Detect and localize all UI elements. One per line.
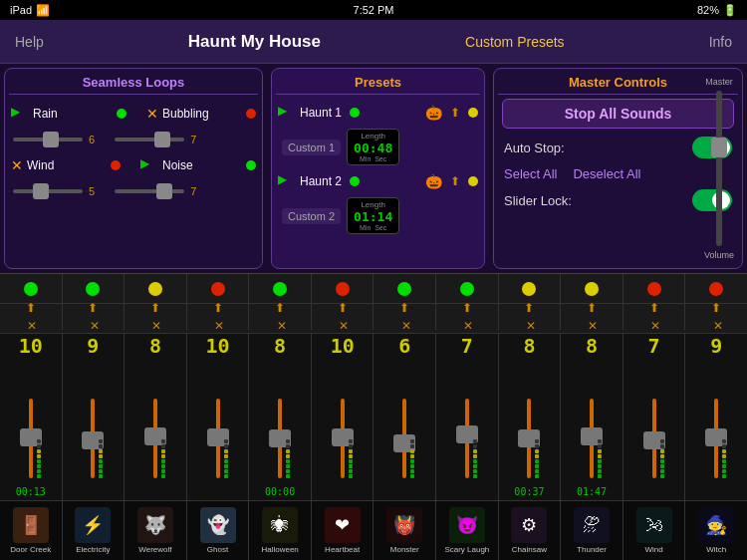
fader-track-8[interactable] (527, 399, 531, 478)
select-all-button[interactable]: Select All (504, 166, 557, 181)
thumb-icon-2: 🐺 (137, 507, 173, 543)
thumb-witch[interactable]: 🧙Witch (685, 501, 747, 560)
thumb-heartbeat[interactable]: ❤Heartbeat (312, 501, 374, 560)
mixer-dot-1[interactable] (86, 282, 100, 296)
mixer-dot-7[interactable] (460, 282, 474, 296)
fader-area-2 (153, 358, 157, 482)
fader-track-11[interactable] (714, 399, 718, 478)
mixer-number-0: 10 (19, 334, 43, 358)
mixer-icons-7[interactable]: ⬆✕ (436, 304, 499, 330)
mixer-dots-row (0, 274, 747, 304)
wind-stop-button[interactable]: ✕ (11, 157, 23, 173)
mixer-icons-8[interactable]: ⬆✕ (499, 304, 562, 330)
mixer-dot-8[interactable] (522, 282, 536, 296)
mixer-dot-4[interactable] (273, 282, 287, 296)
mixer-dot-5[interactable] (336, 282, 350, 296)
fader-track-5[interactable] (341, 399, 345, 478)
mixer-channel-10: 7 (623, 334, 686, 500)
thumb-wind[interactable]: 🌬Wind (623, 501, 686, 560)
thumb-door-creek[interactable]: 🚪Door Creek (0, 501, 63, 560)
bubbling-slider[interactable] (115, 138, 184, 141)
mixer-channel-3: 10 (187, 334, 250, 500)
slider-lock-label: Slider Lock: (504, 193, 572, 208)
thumb-monster[interactable]: 👹Monster (374, 501, 436, 560)
mixer-icons-1[interactable]: ⬆✕ (63, 304, 125, 330)
haunt2-label: Haunt 2 (300, 174, 342, 188)
rain-slider[interactable] (13, 138, 83, 141)
mixer-icons-11[interactable]: ⬆✕ (685, 304, 747, 330)
haunt1-upload-icon[interactable]: ⬆ (450, 106, 460, 120)
mixer-dot-2[interactable] (148, 282, 162, 296)
mixer-icons-9[interactable]: ⬆✕ (561, 304, 623, 330)
stop-all-button[interactable]: Stop All Sounds (502, 99, 734, 129)
master-slider[interactable] (716, 91, 722, 246)
thumb-chainsaw[interactable]: ⚙Chainsaw (499, 501, 562, 560)
custom-presets-button[interactable]: Custom Presets (465, 34, 565, 50)
thumb-label-10: Wind (644, 545, 662, 554)
mixer-time-8: 00:37 (514, 482, 544, 500)
custom2-time: 01:14 (354, 209, 392, 224)
thumb-scary-laugh[interactable]: 😈Scary Laugh (436, 501, 499, 560)
fader-track-10[interactable] (652, 399, 656, 478)
mixer-section: ⬆✕⬆✕⬆✕⬆✕⬆✕⬆✕⬆✕⬆✕⬆✕⬆✕⬆✕⬆✕ 1000:139810800:… (0, 273, 747, 560)
mixer-icons-row: ⬆✕⬆✕⬆✕⬆✕⬆✕⬆✕⬆✕⬆✕⬆✕⬆✕⬆✕⬆✕ (0, 304, 747, 334)
mixer-dot-11[interactable] (709, 282, 723, 296)
fader-track-7[interactable] (465, 399, 469, 478)
mixer-icons-3[interactable]: ⬆✕ (187, 304, 250, 330)
thumb-label-2: Werewolf (138, 545, 171, 554)
haunt1-label: Haunt 1 (300, 106, 342, 120)
mixer-icons-5[interactable]: ⬆✕ (312, 304, 374, 330)
rain-play-button[interactable]: ▶ (11, 105, 29, 123)
fader-track-9[interactable] (590, 399, 594, 478)
noise-play-button[interactable]: ▶ (140, 156, 158, 174)
thumb-electricity[interactable]: ⚡Electricity (63, 501, 125, 560)
mixer-number-10: 7 (648, 334, 660, 358)
fader-track-4[interactable] (278, 399, 282, 478)
status-battery-icon: 🔋 (723, 4, 737, 17)
thumb-thunder[interactable]: ⛈Thunder (561, 501, 623, 560)
mixer-dot-9[interactable] (585, 282, 599, 296)
loops-title: Seamless Loops (9, 73, 258, 95)
haunt1-status-dot (468, 108, 478, 118)
haunt2-upload-icon[interactable]: ⬆ (450, 174, 460, 188)
mixer-icons-0[interactable]: ⬆✕ (0, 304, 63, 330)
mixer-icons-6[interactable]: ⬆✕ (374, 304, 436, 330)
fader-track-2[interactable] (153, 399, 157, 478)
fader-track-6[interactable] (402, 399, 406, 478)
info-button[interactable]: Info (709, 34, 732, 50)
custom1-time: 00:48 (354, 140, 392, 155)
thumb-werewolf[interactable]: 🐺Werewolf (124, 501, 187, 560)
wind-slider[interactable] (13, 189, 83, 193)
thumb-halloween[interactable]: 🕷Halloween (249, 501, 312, 560)
mixer-icons-10[interactable]: ⬆✕ (623, 304, 686, 330)
mixer-icons-4[interactable]: ⬆✕ (249, 304, 312, 330)
status-battery: 82% (697, 4, 719, 16)
deselect-all-button[interactable]: Deselect All (573, 166, 640, 181)
mixer-dot-10[interactable] (647, 282, 661, 296)
noise-slider[interactable] (115, 189, 184, 193)
mixer-icons-2[interactable]: ⬆✕ (124, 304, 187, 330)
haunt2-play-button[interactable]: ▶ (278, 172, 296, 190)
mixer-channel-6: 6 (374, 334, 436, 500)
mixer-number-6: 6 (398, 334, 410, 358)
bubbling-stop-button[interactable]: ✕ (146, 106, 158, 122)
fader-track-1[interactable] (91, 399, 95, 478)
mixer-dot-3[interactable] (211, 282, 225, 296)
slider-lock-row: Slider Lock: (498, 185, 738, 215)
help-button[interactable]: Help (15, 34, 44, 50)
mixer-dot-0[interactable] (24, 282, 38, 296)
fader-area-0 (29, 358, 33, 482)
loop-row-2: ✕ Wind ▶ Noise (9, 150, 258, 180)
sliders-row-2: 5 7 (9, 180, 258, 202)
fader-track-0[interactable] (29, 399, 33, 478)
mixer-dot-6[interactable] (397, 282, 411, 296)
haunt1-play-button[interactable]: ▶ (278, 104, 296, 122)
loops-panel: Seamless Loops ▶ Rain ✕ Bubbling 6 (4, 68, 263, 269)
rain-status-dot (117, 109, 126, 119)
status-wifi-icon: 📶 (36, 4, 50, 17)
presets-title: Presets (276, 73, 480, 95)
fader-track-3[interactable] (216, 399, 220, 478)
status-time: 7:52 PM (354, 4, 394, 16)
mixer-number-4: 8 (274, 334, 286, 358)
thumb-ghost[interactable]: 👻Ghost (187, 501, 250, 560)
